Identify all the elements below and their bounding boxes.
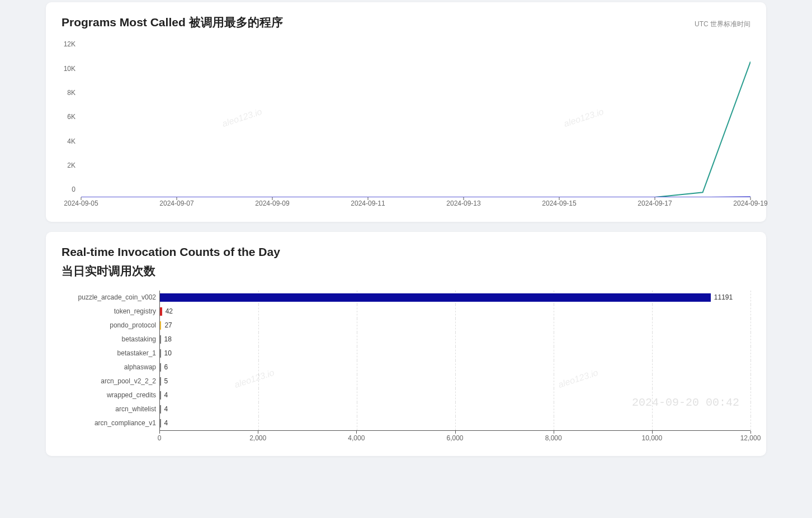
bar-fill xyxy=(160,363,161,372)
bar-label: betastaker_1 xyxy=(62,349,159,357)
bar-track: 42 xyxy=(159,305,750,319)
bar-row: betastaking18 xyxy=(62,332,750,346)
bar-fill xyxy=(160,377,161,386)
x-tick: 2024-09-13 xyxy=(446,199,480,207)
y-tick: 12K xyxy=(64,40,81,48)
y-tick: 10K xyxy=(64,65,81,73)
bar-track: 5 xyxy=(159,374,750,388)
card2-title: Real-time Invocation Counts of the Day xyxy=(62,244,750,259)
line-series-main xyxy=(81,62,750,198)
x-tick: 2024-09-11 xyxy=(351,199,385,207)
bar-track: 10 xyxy=(159,346,750,360)
bar-track: 27 xyxy=(159,319,750,332)
line-chart: aleo123.io aleo123.io 02K4K6K8K10K12K 20… xyxy=(62,52,750,208)
card2-subtitle: 当日实时调用次数 xyxy=(62,263,750,278)
y-tick: 8K xyxy=(67,89,81,97)
x-tick: 2024-09-07 xyxy=(159,199,193,207)
bar-value: 5 xyxy=(164,377,168,385)
bar-row: arcn_pool_v2_2_25 xyxy=(62,374,750,388)
bar-label: alphaswap xyxy=(62,363,159,371)
bar-label: betastaking xyxy=(62,335,159,343)
bar-fill xyxy=(160,349,161,358)
utc-label: UTC 世界标准时间 xyxy=(695,20,750,29)
bar-value: 6 xyxy=(164,363,168,371)
bar-track: 11191 xyxy=(159,291,750,305)
bar-xtick: 6,000 xyxy=(446,434,463,442)
bar-value: 42 xyxy=(166,307,173,315)
bar-track: 4 xyxy=(159,416,750,430)
bar-value: 18 xyxy=(164,335,172,343)
bar-chart: puzzle_arcade_coin_v00211191token_regist… xyxy=(62,291,750,443)
card-programs-most-called: Programs Most Called 被调用最多的程序 UTC 世界标准时间… xyxy=(46,2,766,222)
bar-row: pondo_protocol27 xyxy=(62,319,750,332)
bar-fill xyxy=(160,391,161,400)
bar-label: wrapped_credits xyxy=(62,391,159,399)
bar-fill xyxy=(160,419,161,427)
x-tick: 2024-09-15 xyxy=(542,199,576,207)
bar-fill xyxy=(160,293,711,302)
bar-track: 18 xyxy=(159,332,750,346)
bar-row: arcn_whitelist4 xyxy=(62,402,750,416)
bar-value: 27 xyxy=(164,321,172,329)
bar-label: token_registry xyxy=(62,307,159,315)
bar-xtick: 12,000 xyxy=(740,434,761,442)
bar-label: arcn_pool_v2_2_2 xyxy=(62,377,159,385)
bar-row: alphaswap6 xyxy=(62,360,750,374)
bar-xtick: 8,000 xyxy=(545,434,562,442)
bar-fill xyxy=(160,335,161,344)
y-tick: 4K xyxy=(67,137,81,145)
bar-xtick: 10,000 xyxy=(641,434,662,442)
bar-label: arcn_compliance_v1 xyxy=(62,419,159,427)
bar-label: puzzle_arcade_coin_v002 xyxy=(62,293,159,301)
bar-row: betastaker_110 xyxy=(62,346,750,360)
bar-fill xyxy=(160,405,161,414)
x-tick: 2024-09-05 xyxy=(64,199,98,207)
bar-track: 4 xyxy=(159,388,750,402)
bar-row: wrapped_credits4 xyxy=(62,388,750,402)
x-tick: 2024-09-17 xyxy=(638,199,672,207)
bar-xtick: 2,000 xyxy=(249,434,266,442)
bar-row: token_registry42 xyxy=(62,305,750,319)
bar-track: 4 xyxy=(159,402,750,416)
bar-label: pondo_protocol xyxy=(62,321,159,329)
x-tick: 2024-09-19 xyxy=(733,199,767,207)
bar-row: puzzle_arcade_coin_v00211191 xyxy=(62,291,750,305)
bar-fill xyxy=(160,321,161,330)
bar-row: arcn_compliance_v14 xyxy=(62,416,750,430)
bar-fill xyxy=(160,307,162,316)
bar-label: arcn_whitelist xyxy=(62,405,159,413)
bar-xtick: 0 xyxy=(158,434,162,442)
x-tick: 2024-09-09 xyxy=(255,199,289,207)
bar-value: 4 xyxy=(164,391,168,399)
card1-title: Programs Most Called 被调用最多的程序 xyxy=(62,15,283,30)
bar-track: 6 xyxy=(159,360,750,374)
y-tick: 6K xyxy=(67,113,81,121)
y-tick: 2K xyxy=(67,161,81,169)
bar-value: 11191 xyxy=(714,293,733,301)
bar-value: 4 xyxy=(164,405,168,413)
bar-value: 10 xyxy=(164,349,172,357)
card-realtime-invocation: Real-time Invocation Counts of the Day 当… xyxy=(46,232,766,456)
y-tick: 0 xyxy=(72,186,81,193)
bar-value: 4 xyxy=(164,419,168,427)
bar-xtick: 4,000 xyxy=(348,434,365,442)
